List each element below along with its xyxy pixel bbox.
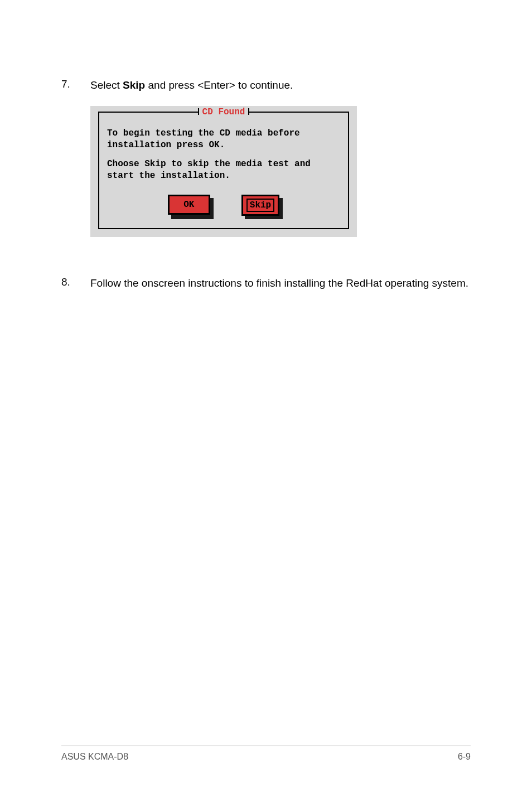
step-8: 8. Follow the onscreen instructions to f… (61, 276, 471, 291)
step-7: 7. Select Skip and press <Enter> to cont… (61, 78, 471, 93)
dialog-para1: To begin testing the CD media before ins… (107, 128, 340, 152)
step-7-number: 7. (61, 78, 90, 93)
step-7-text: Select Skip and press <Enter> to continu… (90, 78, 293, 93)
dialog-para2: Choose Skip to skip the media test and s… (107, 158, 340, 182)
footer-page-number: 6-9 (458, 752, 471, 762)
step-8-number: 8. (61, 276, 90, 291)
footer-product: ASUS KCMA-D8 (61, 752, 128, 762)
cd-found-dialog-illustration: CD Found To begin testing the CD media b… (90, 106, 471, 237)
step-8-text: Follow the onscreen instructions to fini… (90, 276, 468, 291)
dialog-title: CD Found (199, 107, 249, 117)
page-footer: ASUS KCMA-D8 6-9 (61, 746, 471, 762)
skip-button[interactable]: Skip (241, 195, 279, 216)
ok-button[interactable]: OK (168, 195, 210, 216)
